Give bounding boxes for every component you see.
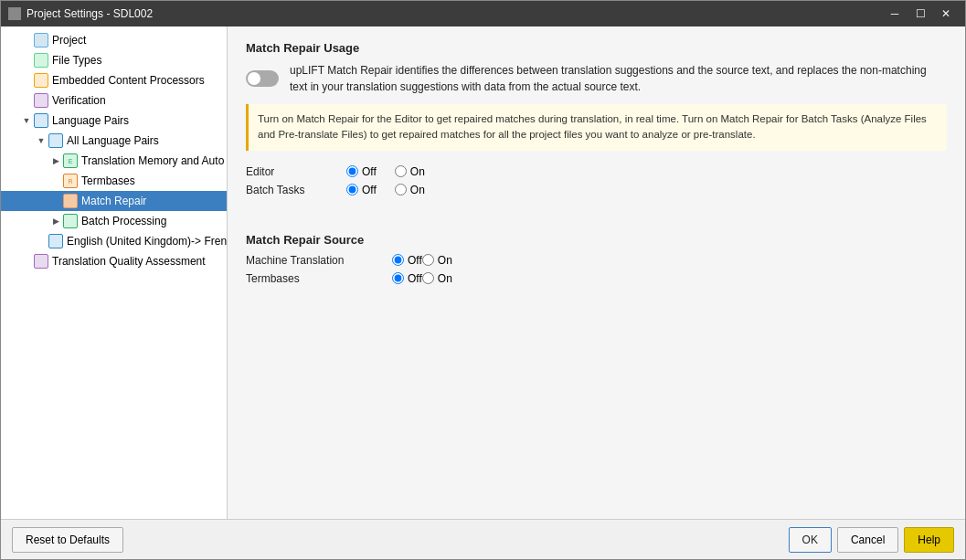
sidebar-label-tqa: Translation Quality Assessment	[52, 255, 206, 268]
mt-off-label[interactable]: Off	[392, 254, 422, 267]
batchproc-icon	[63, 214, 78, 228]
close-button[interactable]: ✕	[934, 5, 958, 23]
batchtasks-label: Batch Tasks	[246, 184, 328, 196]
sidebar-label-ecp: Embedded Content Processors	[52, 74, 205, 87]
sidebar-label-project: Project	[52, 34, 86, 47]
help-button[interactable]: Help	[904, 527, 954, 553]
sidebar-item-tmauto[interactable]: ▶ E Translation Memory and Auto	[1, 151, 227, 171]
sidebar-label-langpairs: Language Pairs	[52, 114, 129, 127]
termbases-on-radio[interactable]	[422, 272, 434, 284]
sidebar: Project File Types Embedded Content Proc…	[1, 26, 228, 519]
sidebar-item-matchrepair[interactable]: Match Repair	[1, 191, 227, 211]
termbases-icon: R	[63, 174, 78, 188]
sidebar-item-engfr[interactable]: English (United Kingdom)-> French	[1, 231, 227, 251]
match-repair-toggle[interactable]	[246, 70, 279, 87]
sidebar-item-batchproc[interactable]: ▶ Batch Processing	[1, 211, 227, 231]
engfr-icon	[48, 234, 63, 248]
sidebar-label-filetypes: File Types	[52, 54, 101, 67]
termbases-off-radio[interactable]	[392, 272, 404, 284]
maximize-button[interactable]: ☐	[908, 5, 932, 23]
sidebar-label-matchrepair: Match Repair	[81, 195, 146, 207]
batchtasks-row: Batch Tasks Off On	[246, 184, 947, 196]
verification-icon	[34, 93, 48, 108]
mt-on-label[interactable]: On	[422, 254, 452, 267]
sidebar-label-tmauto: Translation Memory and Auto	[81, 154, 224, 167]
sidebar-item-verification[interactable]: Verification	[1, 90, 227, 111]
termbases-on-label[interactable]: On	[422, 272, 452, 285]
dialog-buttons: OK Cancel Help	[789, 527, 954, 553]
editor-on-radio[interactable]	[395, 165, 407, 177]
alllang-icon	[48, 133, 63, 148]
editor-row: Editor Off On	[246, 165, 947, 178]
section-match-repair-usage: Match Repair Usage upLIFT Match Repair i…	[246, 41, 947, 202]
tm-icon: E	[63, 153, 78, 168]
sidebar-label-alllangpairs: All Language Pairs	[67, 134, 159, 147]
title-bar: Project Settings - SDL002 ─ ☐ ✕	[1, 1, 965, 26]
expander-tmauto: ▶	[48, 156, 63, 165]
window-title: Project Settings - SDL002	[27, 7, 153, 20]
main-content: Project File Types Embedded Content Proc…	[1, 26, 965, 519]
sidebar-item-filetypes[interactable]: File Types	[1, 50, 227, 70]
project-icon	[34, 33, 48, 48]
toggle-row: upLIFT Match Repair identifies the diffe…	[246, 62, 947, 95]
termbases-source-label: Termbases	[246, 272, 392, 285]
sidebar-label-engfr: English (United Kingdom)-> French	[67, 235, 227, 248]
sidebar-label-batchproc: Batch Processing	[81, 215, 166, 227]
minimize-button[interactable]: ─	[883, 5, 907, 23]
editor-on-label[interactable]: On	[395, 165, 425, 178]
sidebar-item-ecp[interactable]: Embedded Content Processors	[1, 70, 227, 90]
bottom-bar: Reset to Defaults OK Cancel Help	[1, 519, 965, 559]
expander-batchproc: ▶	[48, 217, 63, 226]
reset-defaults-button[interactable]: Reset to Defaults	[12, 527, 123, 553]
sidebar-label-verification: Verification	[52, 94, 106, 107]
sidebar-item-project[interactable]: Project	[1, 30, 227, 50]
right-panel: Match Repair Usage upLIFT Match Repair i…	[228, 26, 965, 519]
ok-button[interactable]: OK	[789, 527, 832, 553]
tqa-icon	[34, 254, 48, 269]
langpairs-icon	[34, 113, 48, 128]
sidebar-item-alllangpairs[interactable]: ▼ All Language Pairs	[1, 131, 227, 151]
batchtasks-off-label[interactable]: Off	[346, 184, 377, 196]
editor-off-label[interactable]: Off	[346, 165, 377, 178]
app-icon	[8, 7, 21, 20]
mt-off-radio[interactable]	[392, 254, 404, 266]
expander-langpairs: ▼	[19, 116, 34, 125]
title-bar-controls: ─ ☐ ✕	[883, 5, 958, 23]
batchtasks-on-label[interactable]: On	[395, 184, 425, 196]
mt-label: Machine Translation	[246, 254, 392, 267]
title-bar-left: Project Settings - SDL002	[8, 7, 153, 20]
sidebar-item-termbases[interactable]: R Termbases	[1, 171, 227, 191]
mt-row: Machine Translation Off On	[246, 254, 947, 267]
sidebar-label-termbases: Termbases	[81, 174, 135, 187]
section-match-repair-source: Match Repair Source Machine Translation …	[246, 233, 947, 291]
main-window: Project Settings - SDL002 ─ ☐ ✕ Project	[0, 0, 966, 560]
batchtasks-on-radio[interactable]	[395, 184, 407, 195]
filetypes-icon	[34, 53, 48, 68]
cancel-button[interactable]: Cancel	[837, 527, 898, 553]
ecp-icon	[34, 73, 48, 88]
termbases-source-row: Termbases Off On	[246, 272, 947, 285]
expander-alllangpairs: ▼	[34, 136, 48, 145]
info-box: Turn on Match Repair for the Editor to g…	[246, 104, 947, 151]
toggle-description: upLIFT Match Repair identifies the diffe…	[290, 62, 947, 95]
section1-title: Match Repair Usage	[246, 41, 947, 55]
batchtasks-off-radio[interactable]	[346, 184, 358, 195]
sidebar-item-tqa[interactable]: Translation Quality Assessment	[1, 251, 227, 271]
editor-off-radio[interactable]	[346, 165, 358, 177]
mt-on-radio[interactable]	[422, 254, 434, 266]
section2-title: Match Repair Source	[246, 233, 947, 247]
matchrepair-icon	[63, 194, 78, 208]
termbases-off-label[interactable]: Off	[392, 272, 422, 285]
editor-label: Editor	[246, 165, 328, 178]
sidebar-item-langpairs[interactable]: ▼ Language Pairs	[1, 111, 227, 131]
